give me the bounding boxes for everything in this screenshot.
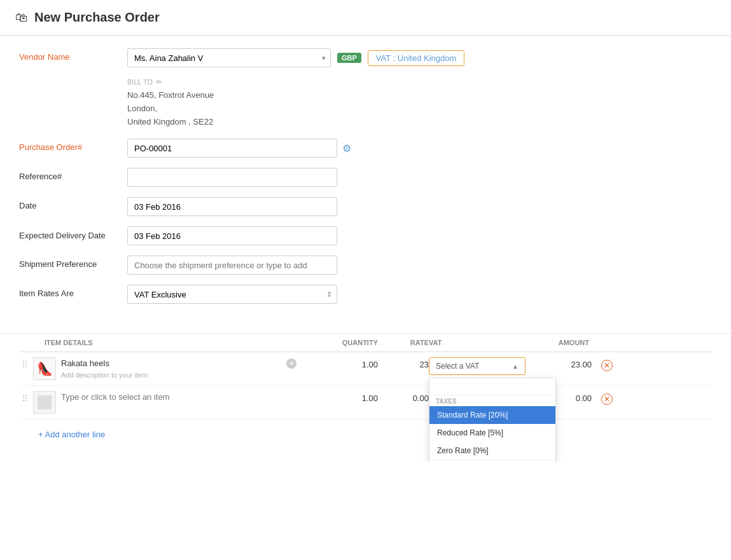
vat-badge-country: United Kingdom [398, 53, 457, 63]
chevron-up-icon: ▲ [512, 363, 519, 370]
vat-dropdown: Taxes Standard Rate [20%] Reduced Rate [… [429, 378, 556, 462]
reference-label: Reference# [19, 168, 127, 181]
vat-select-label-1: Select a VAT [436, 362, 479, 371]
item-rates-select-wrap: VAT Exclusive VAT Inclusive No Tax [127, 285, 337, 304]
po-input[interactable] [127, 139, 337, 158]
shipment-label: Shipment Preference [19, 256, 127, 269]
drag-handle-1[interactable]: ⠿ [22, 357, 28, 370]
form-container: Vendor Name Ms. Aina Zahalin V GBP VAT :… [0, 36, 731, 327]
table-row: ⠿ 👠 ✕ Add description to your item Selec… [19, 352, 712, 386]
item-clear-btn-1[interactable]: ✕ [286, 359, 296, 369]
table-row-empty: ⠿ 0.00 ✕ [19, 386, 712, 420]
item-desc-1: Add description to your item [61, 371, 296, 379]
vat-badge-prefix: VAT : [376, 53, 398, 63]
shipment-field [127, 256, 712, 275]
date-field [127, 197, 712, 216]
vat-search-input[interactable] [429, 378, 555, 395]
item-name-input-2[interactable] [61, 391, 296, 404]
expected-delivery-input[interactable] [127, 226, 337, 245]
po-row: Purchase Order# ⚙ [19, 139, 712, 158]
th-vat: VAT [429, 339, 531, 346]
vat-cell-1: Select a VAT ▲ Taxes Standard Rate [20%]… [429, 357, 531, 375]
th-quantity: QUANTITY [302, 339, 378, 346]
item-name-wrap-1: ✕ [61, 357, 296, 370]
item-rates-select[interactable]: VAT Exclusive VAT Inclusive No Tax [127, 285, 337, 304]
po-label: Purchase Order# [19, 139, 127, 152]
new-vat-btn[interactable]: + New VAT [429, 460, 555, 462]
currency-badge: GBP [337, 53, 361, 63]
vat-group-label: Taxes [429, 395, 555, 406]
item-name-input-1[interactable] [61, 357, 284, 370]
vat-badge: VAT : United Kingdom [368, 50, 464, 66]
shipment-input[interactable] [127, 256, 337, 275]
bill-to-line2: London, [127, 102, 712, 116]
bill-to-line3: United Kingdom , SE22 [127, 116, 712, 129]
vat-option-zero[interactable]: Zero Rate [0%] [429, 442, 555, 460]
item-thumb-empty [33, 391, 56, 414]
rate-input-2[interactable] [378, 391, 429, 406]
edit-bill-to-icon[interactable]: ✏ [156, 78, 162, 86]
reference-field [127, 168, 712, 187]
qty-input-1[interactable] [302, 357, 378, 372]
date-input[interactable] [127, 197, 337, 216]
vendor-field: Ms. Aina Zahalin V GBP VAT : United King… [127, 48, 712, 67]
item-info-2 [61, 391, 296, 404]
item-cell-1: ⠿ 👠 ✕ Add description to your item [22, 357, 302, 380]
delete-row-1-icon: ✕ [601, 360, 613, 371]
po-field: ⚙ [127, 139, 712, 158]
item-rates-row: Item Rates Are VAT Exclusive VAT Inclusi… [19, 285, 712, 304]
bill-to-address: No.445, Foxtrot Avenue London, United Ki… [127, 89, 712, 128]
page-header: 🛍 New Purchase Order [0, 0, 731, 36]
bill-to-line1: No.445, Foxtrot Avenue [127, 89, 712, 102]
add-another-line-btn[interactable]: + Add another line [19, 420, 124, 449]
settings-icon[interactable]: ⚙ [342, 142, 351, 154]
bill-to-label: BILL TO ✏ [127, 78, 712, 86]
vendor-select-wrap: Ms. Aina Zahalin V [127, 48, 331, 67]
shipment-row: Shipment Preference [19, 256, 712, 275]
date-label: Date [19, 197, 127, 210]
item-rates-label: Item Rates Are [19, 285, 127, 298]
vendor-select[interactable]: Ms. Aina Zahalin V [127, 48, 331, 67]
delete-row-2-btn[interactable]: ✕ [594, 391, 620, 405]
add-line-label: + Add another line [38, 430, 105, 439]
rate-cell-1 [378, 357, 429, 372]
th-item-details: ITEM DETAILS [22, 339, 302, 346]
item-rates-field: VAT Exclusive VAT Inclusive No Tax [127, 285, 712, 304]
rate-cell-2 [378, 391, 429, 406]
purchase-order-icon: 🛍 [15, 10, 28, 25]
delete-row-1-btn[interactable]: ✕ [594, 357, 620, 371]
th-rate: RATE [378, 339, 429, 346]
reference-input[interactable] [127, 168, 337, 187]
expected-delivery-field [127, 226, 712, 245]
item-thumb-1: 👠 [33, 357, 56, 380]
rate-input-1[interactable] [378, 357, 429, 372]
delete-row-2-icon: ✕ [601, 393, 613, 405]
th-actions [594, 339, 620, 346]
bill-to-section: BILL TO ✏ No.445, Foxtrot Avenue London,… [127, 78, 712, 128]
page-title: New Purchase Order [34, 10, 160, 25]
th-amount: AMOUNT [531, 339, 594, 346]
expected-delivery-label: Expected Delivery Date [19, 226, 127, 242]
vendor-label: Vendor Name [19, 48, 127, 62]
vendor-row: Vendor Name Ms. Aina Zahalin V GBP VAT :… [19, 48, 712, 67]
table-header: ITEM DETAILS QUANTITY RATE VAT AMOUNT [19, 334, 712, 352]
item-cell-2: ⠿ [22, 391, 302, 414]
drag-handle-2[interactable]: ⠿ [22, 391, 28, 404]
amount-cell-1: 23.00 [531, 357, 594, 369]
expected-delivery-row: Expected Delivery Date [19, 226, 712, 245]
vat-select-btn-1[interactable]: Select a VAT ▲ [429, 357, 526, 375]
reference-row: Reference# [19, 168, 712, 187]
qty-cell-1 [302, 357, 378, 372]
date-row: Date [19, 197, 712, 216]
vat-option-standard[interactable]: Standard Rate [20%] [429, 406, 555, 424]
item-info-1: ✕ Add description to your item [61, 357, 296, 379]
table-section: ITEM DETAILS QUANTITY RATE VAT AMOUNT ⠿ … [0, 334, 731, 462]
qty-cell-2 [302, 391, 378, 406]
qty-input-2[interactable] [302, 391, 378, 406]
vat-option-reduced[interactable]: Reduced Rate [5%] [429, 424, 555, 442]
